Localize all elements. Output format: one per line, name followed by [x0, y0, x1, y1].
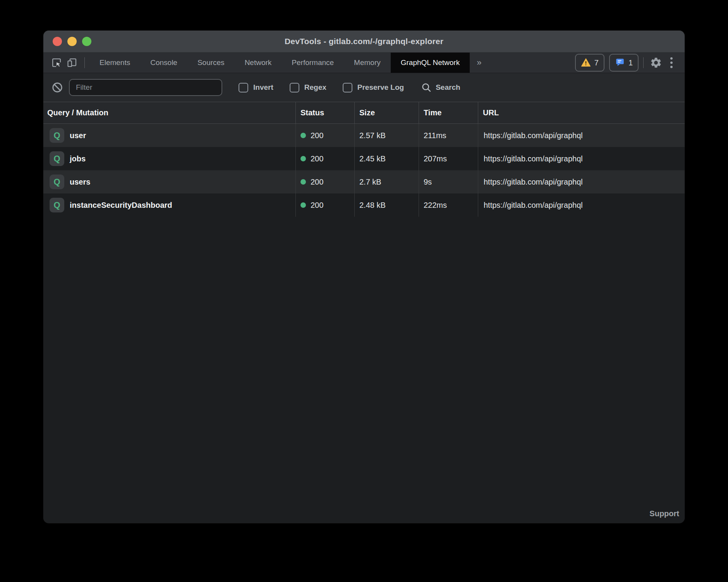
maximize-window-button[interactable]	[82, 37, 91, 46]
kebab-menu-icon	[670, 57, 673, 68]
warning-count: 7	[594, 58, 599, 67]
time-cell: 222ms	[419, 193, 478, 217]
query-type-badge: Q	[50, 175, 64, 189]
status-ok-dot	[300, 133, 306, 138]
status-ok-dot	[300, 179, 306, 185]
warning-icon	[581, 58, 591, 68]
query-name: user	[70, 131, 86, 140]
status-ok-dot	[300, 202, 306, 208]
column-header-size[interactable]: Size	[354, 102, 419, 123]
regex-checkbox[interactable]	[290, 83, 299, 92]
tab-sources[interactable]: Sources	[187, 53, 235, 73]
table-header: Query / Mutation Status Size Time URL	[43, 102, 685, 124]
warnings-badge[interactable]: 7	[575, 54, 604, 72]
devtools-tabbar: ElementsConsoleSourcesNetworkPerformance…	[43, 53, 685, 73]
tabbar-right-controls: 7 1	[570, 54, 679, 72]
status-cell: 200	[295, 193, 354, 217]
column-header-query-mutation[interactable]: Query / Mutation	[43, 102, 295, 123]
size-cell: 2.48 kB	[354, 193, 419, 217]
query-type-badge: Q	[50, 198, 64, 212]
search-label: Search	[436, 83, 460, 92]
status-code: 200	[311, 154, 323, 163]
content-footer: Support	[43, 217, 685, 523]
tab-performance[interactable]: Performance	[282, 53, 344, 73]
preserve-log-checkbox[interactable]	[343, 83, 352, 92]
tab-network[interactable]: Network	[235, 53, 282, 73]
url-cell: https://gitlab.com/api/graphql	[478, 124, 685, 147]
invert-checkbox[interactable]	[239, 83, 248, 92]
preserve-log-label: Preserve Log	[357, 83, 404, 92]
column-header-time[interactable]: Time	[419, 102, 478, 123]
inspect-element-button[interactable]	[49, 55, 64, 70]
query-cell: Q users	[43, 170, 295, 193]
block-icon	[52, 82, 63, 93]
status-code: 200	[311, 178, 323, 187]
query-cell: Q instanceSecurityDashboard	[43, 193, 295, 217]
regex-label: Regex	[304, 83, 326, 92]
query-cell: Q user	[43, 124, 295, 147]
support-link[interactable]: Support	[649, 509, 679, 518]
query-cell: Q jobs	[43, 147, 295, 170]
kebab-menu-button[interactable]	[664, 55, 679, 70]
query-name: jobs	[70, 154, 86, 163]
gear-icon	[650, 56, 662, 69]
tabs-container: ElementsConsoleSourcesNetworkPerformance…	[89, 53, 470, 73]
issues-badge[interactable]: 1	[609, 54, 639, 72]
size-cell: 2.57 kB	[354, 124, 419, 147]
traffic-lights	[53, 31, 91, 52]
status-cell: 200	[295, 147, 354, 170]
invert-checkbox-group[interactable]: Invert	[239, 83, 273, 92]
tabbar-divider	[84, 57, 85, 68]
clear-log-button[interactable]	[50, 80, 65, 95]
status-cell: 200	[295, 124, 354, 147]
tab-memory[interactable]: Memory	[344, 53, 391, 73]
time-cell: 9s	[419, 170, 478, 193]
status-code: 200	[311, 131, 323, 140]
tab-elements[interactable]: Elements	[89, 53, 140, 73]
query-name: instanceSecurityDashboard	[70, 201, 172, 210]
url-cell: https://gitlab.com/api/graphql	[478, 193, 685, 217]
query-type-badge: Q	[50, 128, 64, 143]
settings-button[interactable]	[648, 55, 664, 70]
size-cell: 2.45 kB	[354, 147, 419, 170]
tab-console[interactable]: Console	[140, 53, 187, 73]
request-row[interactable]: Q user 200 2.57 kB 211ms https://gitlab.…	[43, 124, 685, 147]
issues-icon	[615, 58, 625, 68]
minimize-window-button[interactable]	[67, 37, 77, 46]
request-row[interactable]: Q jobs 200 2.45 kB 207ms https://gitlab.…	[43, 147, 685, 170]
status-ok-dot	[300, 156, 306, 161]
status-code: 200	[311, 201, 323, 210]
filter-input[interactable]	[69, 79, 222, 96]
device-toolbar-icon	[67, 57, 77, 68]
url-cell: https://gitlab.com/api/graphql	[478, 147, 685, 170]
controls-divider	[643, 57, 644, 68]
close-window-button[interactable]	[53, 37, 62, 46]
query-type-badge: Q	[50, 151, 64, 166]
filter-toolbar: Invert Regex Preserve Log Search	[43, 73, 685, 102]
column-header-url[interactable]: URL	[478, 102, 685, 123]
window-title: DevTools - gitlab.com/-/graphql-explorer	[285, 37, 443, 46]
more-tabs-button[interactable]: »	[470, 58, 488, 68]
preserve-log-checkbox-group[interactable]: Preserve Log	[343, 83, 404, 92]
column-header-status[interactable]: Status	[295, 102, 354, 123]
request-list: Q user 200 2.57 kB 211ms https://gitlab.…	[43, 124, 685, 217]
search-button[interactable]: Search	[421, 82, 460, 93]
tab-graphql-network[interactable]: GraphQL Network	[391, 53, 470, 73]
device-toolbar-button[interactable]	[64, 55, 80, 70]
time-cell: 211ms	[419, 124, 478, 147]
regex-checkbox-group[interactable]: Regex	[290, 83, 326, 92]
request-row[interactable]: Q instanceSecurityDashboard 200 2.48 kB …	[43, 193, 685, 217]
issue-count: 1	[628, 58, 633, 67]
devtools-window: DevTools - gitlab.com/-/graphql-explorer…	[43, 31, 685, 523]
search-icon	[421, 82, 432, 93]
status-cell: 200	[295, 170, 354, 193]
invert-label: Invert	[253, 83, 273, 92]
url-cell: https://gitlab.com/api/graphql	[478, 170, 685, 193]
request-row[interactable]: Q users 200 2.7 kB 9s https://gitlab.com…	[43, 170, 685, 193]
inspect-icon	[51, 57, 62, 68]
titlebar: DevTools - gitlab.com/-/graphql-explorer	[43, 31, 685, 53]
size-cell: 2.7 kB	[354, 170, 419, 193]
time-cell: 207ms	[419, 147, 478, 170]
query-name: users	[70, 178, 90, 187]
